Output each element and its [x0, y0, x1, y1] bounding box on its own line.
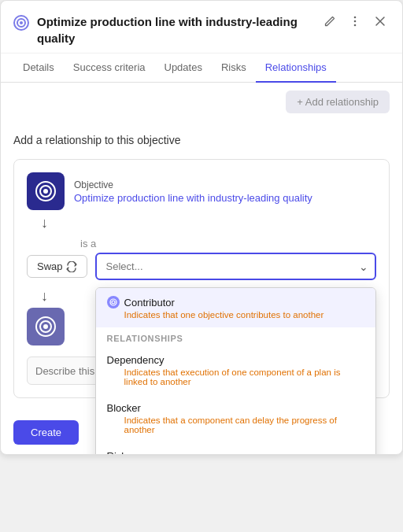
- dropdown-item-contributor[interactable]: Contributor Indicates that one objective…: [96, 288, 375, 327]
- tab-risks[interactable]: Risks: [212, 54, 256, 83]
- dropdown-item-risk[interactable]: Risk Indicates that a component can incr…: [96, 442, 375, 455]
- main-panel: Optimize production line with industry-l…: [0, 0, 403, 455]
- is-a-label: is a: [80, 236, 376, 253]
- header: Optimize production line with industry-l…: [1, 1, 402, 54]
- swap-button[interactable]: Swap: [27, 255, 87, 278]
- dropdown-item-dependency[interactable]: Dependency Indicates that execution of o…: [96, 346, 375, 394]
- svg-point-8: [43, 189, 48, 194]
- create-button[interactable]: Create: [13, 420, 79, 445]
- svg-point-10: [112, 301, 115, 304]
- tab-updates[interactable]: Updates: [155, 54, 212, 83]
- svg-point-5: [354, 24, 357, 27]
- tab-relationships[interactable]: Relationships: [256, 54, 336, 83]
- page-title: Optimize production line with industry-l…: [37, 13, 314, 46]
- tabs: Details Success criteria Updates Risks R…: [1, 54, 402, 83]
- header-actions: [320, 13, 390, 29]
- section-title: Add a relationship to this objective: [13, 134, 390, 146]
- arrow-down-icon: ↓: [41, 215, 48, 231]
- objective-label: Objective: [74, 179, 376, 190]
- objective-icon: [27, 172, 65, 210]
- svg-point-9: [110, 299, 116, 305]
- target-icon: [13, 15, 29, 31]
- swap-select-row: Swap ⌄: [27, 253, 376, 280]
- risk-name: Risk: [107, 450, 364, 455]
- more-button[interactable]: [346, 13, 364, 29]
- content-area: Add a relationship to this objective Obj…: [1, 121, 402, 411]
- objective-name: Optimize production line with industry-l…: [74, 192, 376, 204]
- toolbar: + Add relationship: [1, 83, 402, 121]
- swap-icon: [66, 261, 77, 272]
- edit-button[interactable]: [320, 13, 339, 29]
- arrow-row-1: ↓: [27, 210, 376, 236]
- tab-success-criteria[interactable]: Success criteria: [64, 54, 155, 83]
- svg-point-3: [354, 17, 357, 19]
- blocker-desc: Indicates that a component can delay the…: [107, 416, 364, 434]
- contributor-header: Contributor: [107, 296, 364, 308]
- contributor-icon: [107, 296, 120, 308]
- dependency-name: Dependency: [107, 354, 364, 366]
- swap-label: Swap: [37, 260, 63, 272]
- relationship-card: Objective Optimize production line with …: [13, 159, 390, 398]
- target-objective-icon: [27, 308, 65, 345]
- contributor-name: Contributor: [124, 297, 175, 308]
- svg-point-2: [20, 21, 23, 24]
- objective-info: Objective Optimize production line with …: [74, 179, 376, 204]
- relationships-section-label: RELATIONSHIPS: [96, 327, 375, 346]
- add-relationship-button[interactable]: + Add relationship: [286, 91, 390, 113]
- relationship-dropdown: Contributor Indicates that one objective…: [95, 287, 376, 455]
- relationship-select[interactable]: [95, 253, 376, 280]
- contributor-desc: Indicates that one objective contributes…: [107, 310, 364, 320]
- svg-point-4: [354, 20, 357, 23]
- dropdown-item-blocker[interactable]: Blocker Indicates that a component can d…: [96, 394, 375, 442]
- dependency-desc: Indicates that execution of one componen…: [107, 368, 364, 386]
- arrow-down-icon-2: ↓: [41, 288, 48, 305]
- tab-details[interactable]: Details: [13, 54, 64, 83]
- close-button[interactable]: [371, 13, 390, 29]
- dropdown-scroll[interactable]: Contributor Indicates that one objective…: [96, 288, 375, 455]
- objective-row: Objective Optimize production line with …: [27, 172, 376, 210]
- relationship-select-wrapper: ⌄: [95, 253, 376, 280]
- blocker-name: Blocker: [107, 402, 364, 414]
- svg-point-13: [43, 324, 48, 329]
